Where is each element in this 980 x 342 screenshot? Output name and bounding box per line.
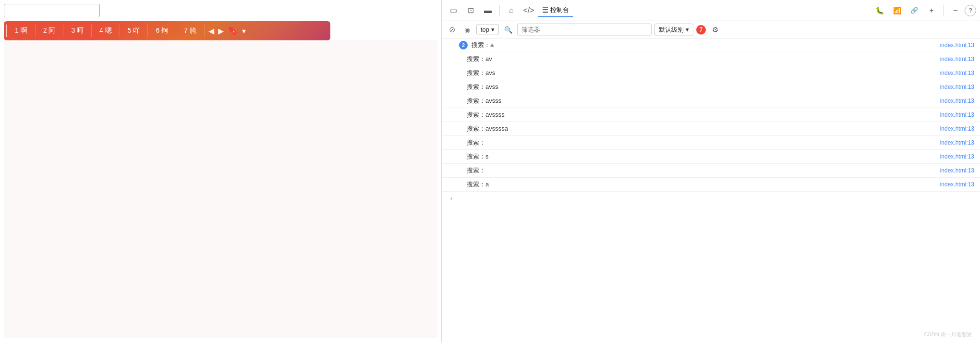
log-row-5[interactable]: 搜索：avssss index.html:13 [442, 108, 980, 122]
wifi-toolbar-button[interactable]: 📶 [889, 3, 905, 18]
console-title-icon: ☰ [542, 6, 548, 14]
group-file-link[interactable]: index.html:13 [940, 42, 974, 49]
group-text: 搜索：a [472, 41, 940, 49]
tab-item-5[interactable]: 5 吖 [120, 24, 148, 37]
log-row-text-6: 搜索：avssssa [467, 124, 940, 133]
log-row-text-4: 搜索：avsss [467, 97, 940, 105]
clear-icon: ⊘ [449, 25, 455, 34]
log-row-9[interactable]: 搜索： index.html:13 [442, 164, 980, 178]
console-title-label: 控制台 [550, 6, 569, 14]
log-row-text-2: 搜索：avs [467, 69, 940, 77]
log-row-text-5: 搜索：avssss [467, 110, 940, 119]
group-badge: 2 [459, 41, 468, 49]
console-toolbar: ⊘ ◉ top ▾ 🔍 默认级别 ▾ 7 ⚙ [442, 21, 980, 38]
tabs-container: 1 啊 2 阿 3 呵 4 嗯 5 吖 6 锕 7 腌 ◀ ▶ [4, 21, 437, 40]
tab-label-6: 6 锕 [156, 26, 168, 35]
code-button[interactable]: </> [521, 3, 536, 18]
inspect-button[interactable]: ⊡ [463, 3, 478, 18]
filter-settings-button[interactable]: ◉ [461, 24, 473, 36]
tab-next-button[interactable]: ▶ [216, 25, 226, 37]
log-row-3[interactable]: 搜索：avss index.html:13 [442, 80, 980, 94]
tab-label-5: 5 吖 [128, 26, 140, 35]
log-row-link-5[interactable]: index.html:13 [940, 111, 974, 118]
log-row-link-6[interactable]: index.html:13 [940, 125, 974, 132]
log-row-link-4[interactable]: index.html:13 [940, 98, 974, 104]
log-row-link-9[interactable]: index.html:13 [940, 167, 974, 174]
log-row-2[interactable]: 搜索：avs index.html:13 [442, 66, 980, 80]
log-row-link-2[interactable]: index.html:13 [940, 70, 974, 76]
search-input-wrapper: a [4, 4, 437, 17]
level-dropdown-arrow: ▾ [686, 26, 689, 33]
context-dropdown[interactable]: top ▾ [476, 24, 499, 35]
more-button[interactable]: ··· [947, 3, 963, 18]
level-dropdown[interactable]: 默认级别 ▾ [654, 24, 693, 36]
left-panel: a 1 啊 2 阿 3 呵 4 嗯 5 吖 6 锕 7 腌 [0, 0, 442, 342]
tab-dropdown-button[interactable]: ▾ [240, 25, 248, 37]
search-console-icon: 🔍 [504, 26, 512, 34]
log-row-link-10[interactable]: index.html:13 [940, 181, 974, 188]
tab-nav-buttons: ◀ ▶ 🔖 ▾ [206, 24, 248, 37]
console-title-group: ☰ 控制台 [538, 4, 573, 17]
log-row-8[interactable]: 搜索：s index.html:13 [442, 150, 980, 164]
filter-icon: ◉ [464, 26, 470, 34]
sidebar-button[interactable]: ▬ [480, 3, 496, 18]
context-dropdown-label: top [481, 26, 489, 33]
link-toolbar-button[interactable]: 🔗 [907, 3, 922, 18]
help-button[interactable]: ? [965, 5, 976, 16]
tab-label-2: 2 阿 [43, 26, 56, 35]
log-row-6[interactable]: 搜索：avssssa index.html:13 [442, 122, 980, 136]
toolbar-sep-1 [499, 5, 500, 16]
expand-row[interactable]: › [442, 192, 980, 205]
tab-item-7[interactable]: 7 腌 [176, 24, 205, 37]
level-dropdown-label: 默认级别 [659, 25, 684, 34]
console-body: 2 搜索：a index.html:13 搜索：av index.html:13… [442, 38, 980, 342]
home-button[interactable]: ⌂ [504, 3, 519, 18]
watermark: CSDN @一只理智恩 [924, 331, 972, 338]
left-main-area [4, 40, 437, 338]
log-row-1[interactable]: 搜索：av index.html:13 [442, 52, 980, 66]
tab-item-4[interactable]: 4 嗯 [92, 24, 120, 37]
log-row-link-8[interactable]: index.html:13 [940, 153, 974, 160]
tab-label-7: 7 腌 [184, 26, 196, 35]
log-row-link-3[interactable]: index.html:13 [940, 84, 974, 90]
log-row-text-9: 搜索： [467, 166, 940, 175]
tabs-row: 1 啊 2 阿 3 呵 4 嗯 5 吖 6 锕 7 腌 ◀ ▶ [4, 21, 330, 40]
tab-label-1: 1 啊 [15, 26, 27, 35]
log-row-10[interactable]: 搜索：a index.html:13 [442, 178, 980, 192]
tab-label-3: 3 呵 [71, 26, 84, 35]
toolbar-sep-2 [943, 5, 944, 16]
tab-prev-button[interactable]: ◀ [206, 25, 216, 37]
bug-toolbar-button[interactable]: 🐛 [872, 3, 887, 18]
log-row-text-3: 搜索：avss [467, 83, 940, 91]
filter-input[interactable] [517, 24, 652, 36]
log-row-text-7: 搜索： [467, 138, 940, 147]
tab-bookmark-button[interactable]: 🔖 [226, 24, 240, 37]
log-row-4[interactable]: 搜索：avsss index.html:13 [442, 94, 980, 108]
tab-label-4: 4 嗯 [99, 26, 112, 35]
log-row-link-1[interactable]: index.html:13 [940, 56, 974, 62]
log-row-text-8: 搜索：s [467, 152, 940, 161]
add-tab-button[interactable]: + [924, 3, 939, 18]
clear-console-button[interactable]: ⊘ [446, 24, 458, 36]
settings-icon: ⚙ [712, 25, 718, 34]
tab-item-1[interactable]: 1 啊 [6, 24, 36, 37]
right-panel: ▭ ⊡ ▬ ⌂ </> ☰ 控制台 🐛 📶 🔗 + ··· ? ⊘ ◉ top … [442, 0, 980, 342]
tab-item-3[interactable]: 3 呵 [63, 24, 92, 37]
search-input[interactable]: a [4, 4, 100, 17]
log-row-link-7[interactable]: index.html:13 [940, 139, 974, 146]
expand-arrow-icon[interactable]: › [448, 195, 455, 202]
log-row-text-10: 搜索：a [467, 180, 940, 189]
device-button[interactable]: ▭ [446, 3, 461, 18]
console-settings-button[interactable]: ⚙ [709, 24, 721, 36]
tab-item-2[interactable]: 2 阿 [36, 24, 64, 37]
error-count-badge: 7 [696, 25, 706, 35]
log-group-row[interactable]: 2 搜索：a index.html:13 [442, 38, 980, 52]
log-row-text-1: 搜索：av [467, 55, 940, 63]
main-toolbar: ▭ ⊡ ▬ ⌂ </> ☰ 控制台 🐛 📶 🔗 + ··· ? [442, 0, 980, 21]
tab-item-6[interactable]: 6 锕 [148, 24, 176, 37]
log-row-7[interactable]: 搜索： index.html:13 [442, 136, 980, 150]
context-dropdown-arrow: ▾ [491, 26, 495, 33]
search-console-button[interactable]: 🔍 [502, 24, 514, 36]
